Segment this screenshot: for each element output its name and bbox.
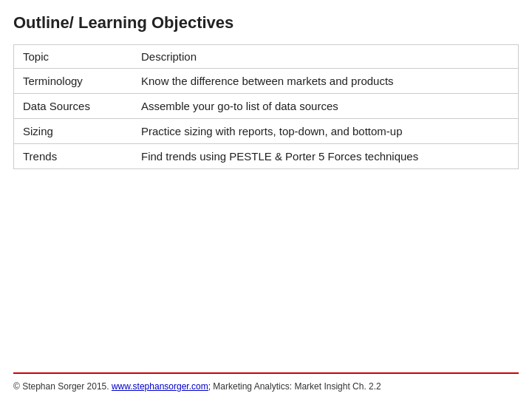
table-cell-description: Assemble your go-to list of data sources <box>132 94 518 119</box>
footer: © Stephan Sorger 2015. www.stephansorger… <box>13 372 519 392</box>
table-cell-topic: Data Sources <box>14 94 132 119</box>
table-row: Data SourcesAssemble your go-to list of … <box>14 94 518 119</box>
outline-table: Topic Description TerminologyKnow the di… <box>14 45 518 168</box>
table-cell-topic: Trends <box>14 144 132 169</box>
page-title: Outline/ Learning Objectives <box>13 13 519 33</box>
table-cell-description: Practice sizing with reports, top-down, … <box>132 119 518 144</box>
table-row: TerminologyKnow the difference between m… <box>14 69 518 94</box>
footer-text: © Stephan Sorger 2015. <box>13 381 112 392</box>
column-header-description: Description <box>132 45 518 69</box>
table-cell-topic: Terminology <box>14 69 132 94</box>
table-cell-description: Find trends using PESTLE & Porter 5 Forc… <box>132 144 518 169</box>
column-header-topic: Topic <box>14 45 132 69</box>
table-cell-description: Know the difference between markets and … <box>132 69 518 94</box>
page-container: Outline/ Learning Objectives Topic Descr… <box>0 0 532 399</box>
footer-after-link: Marketing Analytics: Market Insight Ch. … <box>211 381 381 392</box>
table-row: TrendsFind trends using PESTLE & Porter … <box>14 144 518 169</box>
outline-table-wrapper: Topic Description TerminologyKnow the di… <box>13 44 519 169</box>
table-row: SizingPractice sizing with reports, top-… <box>14 119 518 144</box>
footer-link[interactable]: www.stephansorger.com; <box>112 381 211 392</box>
table-header-row: Topic Description <box>14 45 518 69</box>
table-cell-topic: Sizing <box>14 119 132 144</box>
